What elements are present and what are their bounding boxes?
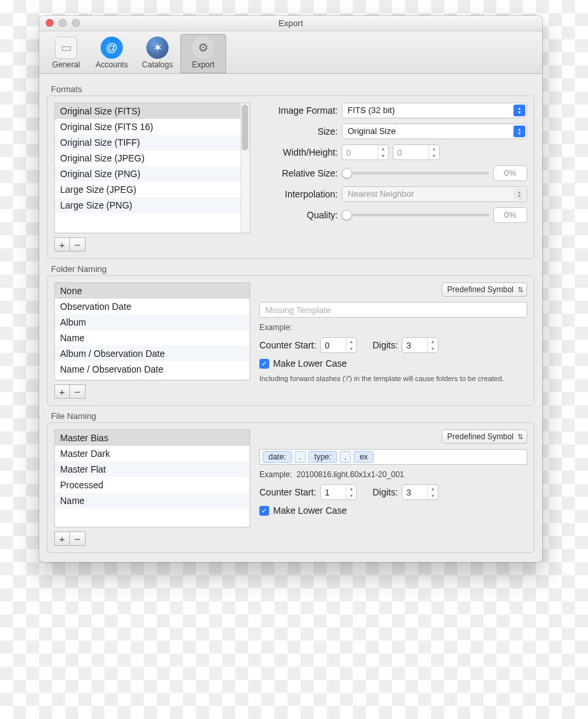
folder-naming-panel: None Observation Date Album Name Album /… (47, 275, 534, 406)
list-item[interactable]: Original Size (TIFF) (55, 135, 250, 150)
file-lowercase-checkbox[interactable]: ✓ Make Lower Case (259, 505, 527, 516)
file-naming-label: File Naming (51, 411, 534, 421)
add-file-template-button[interactable]: + (54, 531, 70, 546)
image-format-label: Image Format: (259, 105, 338, 116)
template-token[interactable]: type: (308, 451, 337, 463)
folder-counter-start-label: Counter Start: (259, 340, 316, 350)
list-item[interactable]: None (55, 283, 250, 299)
add-format-button[interactable]: + (54, 237, 70, 252)
at-icon: @ (101, 37, 123, 59)
template-token[interactable]: . (295, 451, 306, 463)
folder-digits-stepper[interactable]: 3▲▼ (402, 337, 438, 353)
file-counter-start-label: Counter Start: (259, 487, 316, 497)
file-digits-label: Digits: (372, 487, 398, 497)
relative-size-slider[interactable] (342, 167, 489, 180)
interpolation-select[interactable]: Nearest Neighbor (342, 186, 527, 202)
template-token[interactable]: ex (353, 451, 374, 463)
remove-file-template-button[interactable]: − (70, 531, 86, 546)
height-stepper[interactable]: 0▲▼ (393, 144, 440, 160)
file-predefined-symbol-button[interactable]: Predefined Symbol (442, 429, 527, 444)
folder-naming-label: Folder Naming (51, 264, 534, 274)
globe-icon: ✶ (146, 37, 169, 59)
list-item[interactable]: Name (55, 493, 250, 509)
folder-counter-start-stepper[interactable]: 0▲▼ (320, 337, 357, 353)
formats-label: Formats (51, 84, 534, 94)
zoom-icon[interactable] (72, 19, 80, 27)
relative-size-label: Relative Size: (259, 168, 338, 178)
list-item[interactable]: Original Size (PNG) (55, 166, 250, 182)
folder-hint: Including forward slashes ('/') in the t… (259, 374, 527, 383)
template-token[interactable]: . (340, 451, 351, 463)
image-format-select[interactable]: FITS (32 bit) (342, 103, 527, 118)
scrollbar[interactable] (240, 103, 250, 233)
list-item[interactable]: Name (55, 330, 250, 346)
template-token[interactable]: date: (263, 451, 292, 463)
width-height-label: Width/Height: (259, 147, 338, 158)
size-label: Size: (259, 126, 338, 137)
list-item[interactable]: Master Bias (55, 430, 250, 446)
list-item[interactable]: Large Size (PNG) (55, 197, 250, 213)
file-template-field[interactable]: date: . type: . ex (259, 449, 527, 465)
tab-general[interactable]: ▭ General (43, 34, 89, 73)
relative-size-value: 0% (493, 165, 527, 181)
list-item[interactable]: Original Size (JPEG) (55, 150, 250, 166)
list-item[interactable]: Original Size (FITS) (55, 103, 250, 119)
check-icon: ✓ (259, 506, 269, 516)
remove-folder-template-button[interactable]: − (70, 384, 86, 399)
list-item[interactable]: Name / Observation Date (55, 361, 250, 377)
minimize-icon[interactable] (59, 19, 67, 27)
file-counter-start-stepper[interactable]: 1▲▼ (320, 484, 357, 500)
preferences-window: Export ▭ General @ Accounts ✶ Catalogs ⚙… (39, 16, 542, 562)
quality-slider[interactable] (342, 209, 489, 222)
file-naming-list[interactable]: Master Bias Master Dark Master Flat Proc… (54, 429, 250, 527)
window-title: Export (39, 16, 542, 31)
list-item[interactable]: Large Size (JPEG) (55, 182, 250, 197)
check-icon: ✓ (259, 359, 269, 369)
quality-value: 0% (493, 207, 527, 223)
folder-example-label: Example: (259, 323, 527, 332)
list-item[interactable]: Master Flat (55, 461, 250, 477)
tab-catalogs[interactable]: ✶ Catalogs (135, 34, 180, 73)
quality-label: Quality: (259, 210, 338, 220)
general-icon: ▭ (55, 37, 77, 59)
list-item[interactable]: Album / Observation Date (55, 346, 250, 361)
list-item[interactable]: Master Dark (55, 446, 250, 461)
list-item[interactable]: Observation Date (55, 299, 250, 314)
add-folder-template-button[interactable]: + (54, 384, 70, 399)
titlebar: Export (39, 16, 542, 31)
close-icon[interactable] (46, 19, 54, 27)
tab-export[interactable]: ⚙ Export (180, 34, 226, 73)
list-item[interactable]: Processed (55, 477, 250, 493)
remove-format-button[interactable]: − (70, 237, 86, 252)
toolbar: ▭ General @ Accounts ✶ Catalogs ⚙ Export (39, 31, 542, 74)
file-example: Example: 20100816.light.60x1x1-20_001 (259, 470, 527, 479)
folder-lowercase-checkbox[interactable]: ✓ Make Lower Case (259, 358, 527, 369)
file-naming-panel: Master Bias Master Dark Master Flat Proc… (47, 422, 534, 553)
interpolation-label: Interpolation: (259, 189, 338, 199)
gear-icon: ⚙ (192, 37, 214, 59)
list-item[interactable]: Album (55, 314, 250, 330)
list-item[interactable]: Original Size (FITS 16) (55, 119, 250, 135)
file-digits-stepper[interactable]: 3▲▼ (402, 484, 438, 500)
tab-accounts[interactable]: @ Accounts (89, 34, 135, 73)
formats-panel: Original Size (FITS) Original Size (FITS… (47, 95, 534, 259)
folder-digits-label: Digits: (372, 340, 398, 350)
size-select[interactable]: Original Size (342, 124, 527, 139)
folder-naming-list[interactable]: None Observation Date Album Name Album /… (54, 282, 250, 380)
folder-template-field[interactable]: Missing Template (259, 302, 527, 318)
folder-predefined-symbol-button[interactable]: Predefined Symbol (442, 282, 527, 297)
width-stepper[interactable]: 0▲▼ (342, 144, 389, 160)
formats-list[interactable]: Original Size (FITS) Original Size (FITS… (54, 103, 250, 233)
